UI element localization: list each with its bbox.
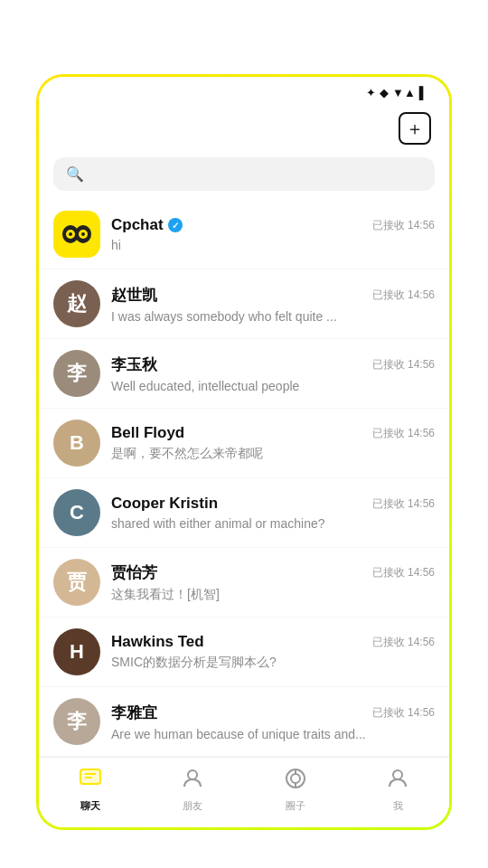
bottom-nav: 聊天 朋友 圈子 我 <box>39 757 449 827</box>
chat-time: 已接收 14:56 <box>372 565 435 580</box>
chat-preview: hi <box>111 238 435 252</box>
chat-top-row: Bell Floyd 已接收 14:56 <box>111 424 435 442</box>
chat-name: Cooper Kristin <box>111 495 218 513</box>
phone-frame: ✦ ◆ ▼▲ ▌ ＋ 🔍 <box>36 74 452 830</box>
chat-name: 李玉秋 <box>111 354 157 375</box>
circle-icon <box>284 767 307 796</box>
chat-list-item[interactable]: B Bell Floyd 已接收 14:56 是啊，要不然怎么来帝都呢 <box>39 409 449 478</box>
chat-time: 已接收 14:56 <box>372 288 435 303</box>
svg-point-10 <box>188 770 197 779</box>
chat-top-row: 李玉秋 已接收 14:56 <box>111 354 435 375</box>
chat-preview: Well educated, intellectual people <box>111 379 435 393</box>
chat-top-row: 贾怡芳 已接收 14:56 <box>111 562 435 583</box>
svg-rect-4 <box>69 232 72 236</box>
search-icon: 🔍 <box>66 165 84 183</box>
nav-item-chat[interactable]: 聊天 <box>63 767 117 813</box>
avatar: 贾 <box>53 559 100 606</box>
chat-label: 聊天 <box>80 799 100 813</box>
nav-item-circle[interactable]: 圈子 <box>268 767 323 813</box>
chat-name: Bell Floyd <box>111 424 184 442</box>
chat-content: Cooper Kristin 已接收 14:56 shared with eit… <box>111 495 435 531</box>
me-label: 我 <box>393 799 403 813</box>
svg-point-15 <box>393 770 402 779</box>
friends-label: 朋友 <box>183 799 202 813</box>
chat-time: 已接收 14:56 <box>372 357 435 373</box>
chat-list-item[interactable]: 李 李雅宜 已接收 14:56 Are we human because of … <box>39 687 449 757</box>
chat-content: 李玉秋 已接收 14:56 Well educated, intellectua… <box>111 354 435 393</box>
chat-name: 贾怡芳 <box>111 562 157 583</box>
chat-list: Cpchat✓ 已接收 14:56 hi 赵 赵世凯 已接收 14:56 I w… <box>39 200 449 757</box>
chat-top-row: Cooper Kristin 已接收 14:56 <box>111 495 435 513</box>
chat-icon <box>79 767 102 796</box>
chat-content: Bell Floyd 已接收 14:56 是啊，要不然怎么来帝都呢 <box>111 424 435 462</box>
chat-name: 李雅宜 <box>111 703 157 723</box>
chat-time: 已接收 14:56 <box>372 635 435 650</box>
bluetooth-icon: ✦ <box>366 86 376 99</box>
chat-name: Hawkins Ted <box>111 633 204 651</box>
chat-preview: SMIC的数据分析是写脚本么? <box>111 655 435 671</box>
chat-list-item[interactable]: 赵 赵世凯 已接收 14:56 I was always somebody wh… <box>39 269 449 339</box>
wifi-icon: ▼▲ <box>392 86 416 99</box>
chat-content: 赵世凯 已接收 14:56 I was always somebody who … <box>111 285 435 324</box>
friends-icon <box>181 767 204 796</box>
chat-preview: 这集我看过！[机智] <box>111 587 435 603</box>
chat-time: 已接收 14:56 <box>372 218 435 233</box>
chat-content: 李雅宜 已接收 14:56 Are we human because of un… <box>111 703 435 741</box>
circle-label: 圈子 <box>286 799 305 813</box>
chat-preview: I was always somebody who felt quite ... <box>111 309 435 324</box>
chat-list-item[interactable]: Cpchat✓ 已接收 14:56 hi <box>39 200 449 269</box>
avatar: B <box>53 420 100 467</box>
battery-icon: ▌ <box>419 86 427 99</box>
chat-content: Hawkins Ted 已接收 14:56 SMIC的数据分析是写脚本么? <box>111 633 435 671</box>
nav-item-friends[interactable]: 朋友 <box>165 767 220 813</box>
chat-preview: 是啊，要不然怎么来帝都呢 <box>111 446 435 462</box>
status-icons: ✦ ◆ ▼▲ ▌ <box>366 86 431 99</box>
nav-item-me[interactable]: 我 <box>371 767 425 813</box>
svg-point-12 <box>291 774 300 783</box>
chat-list-item[interactable]: 李 李玉秋 已接收 14:56 Well educated, intellect… <box>39 339 449 409</box>
chat-time: 已接收 14:56 <box>372 705 435 721</box>
chat-top-row: 赵世凯 已接收 14:56 <box>111 285 435 306</box>
avatar: 赵 <box>53 280 100 327</box>
chat-content: Cpchat✓ 已接收 14:56 hi <box>111 216 435 252</box>
chat-preview: shared with either animal or machine? <box>111 516 435 531</box>
signal-icon: ◆ <box>380 86 389 99</box>
compose-icon: ＋ <box>406 117 424 141</box>
chat-preview: Are we human because of unique traits an… <box>111 727 435 741</box>
avatar: 李 <box>53 698 100 745</box>
avatar <box>53 211 100 258</box>
chat-list-item[interactable]: 贾 贾怡芳 已接收 14:56 这集我看过！[机智] <box>39 548 449 618</box>
chat-list-item[interactable]: C Cooper Kristin 已接收 14:56 shared with e… <box>39 478 449 548</box>
chat-top-row: Cpchat✓ 已接收 14:56 <box>111 216 435 234</box>
hero-section <box>0 0 488 74</box>
verified-badge: ✓ <box>168 218 183 232</box>
avatar: 李 <box>53 350 100 397</box>
chat-list-item[interactable]: H Hawkins Ted 已接收 14:56 SMIC的数据分析是写脚本么? <box>39 618 449 687</box>
search-bar[interactable]: 🔍 <box>53 157 435 191</box>
avatar: H <box>53 628 100 675</box>
chat-time: 已接收 14:56 <box>372 496 435 512</box>
chat-time: 已接收 14:56 <box>372 426 435 441</box>
chat-name: 赵世凯 <box>111 285 157 306</box>
me-icon <box>386 767 409 796</box>
chat-name: Cpchat✓ <box>111 216 183 234</box>
app-header: ＋ <box>39 105 449 154</box>
chat-top-row: Hawkins Ted 已接收 14:56 <box>111 633 435 651</box>
outer-page: ✦ ◆ ▼▲ ▌ ＋ 🔍 <box>0 0 488 868</box>
phone-inner: ✦ ◆ ▼▲ ▌ ＋ 🔍 <box>39 77 449 827</box>
avatar: C <box>53 489 100 536</box>
svg-rect-5 <box>81 232 85 236</box>
chat-content: 贾怡芳 已接收 14:56 这集我看过！[机智] <box>111 562 435 603</box>
chat-top-row: 李雅宜 已接收 14:56 <box>111 703 435 723</box>
status-bar: ✦ ◆ ▼▲ ▌ <box>39 77 449 105</box>
compose-button[interactable]: ＋ <box>399 112 431 145</box>
